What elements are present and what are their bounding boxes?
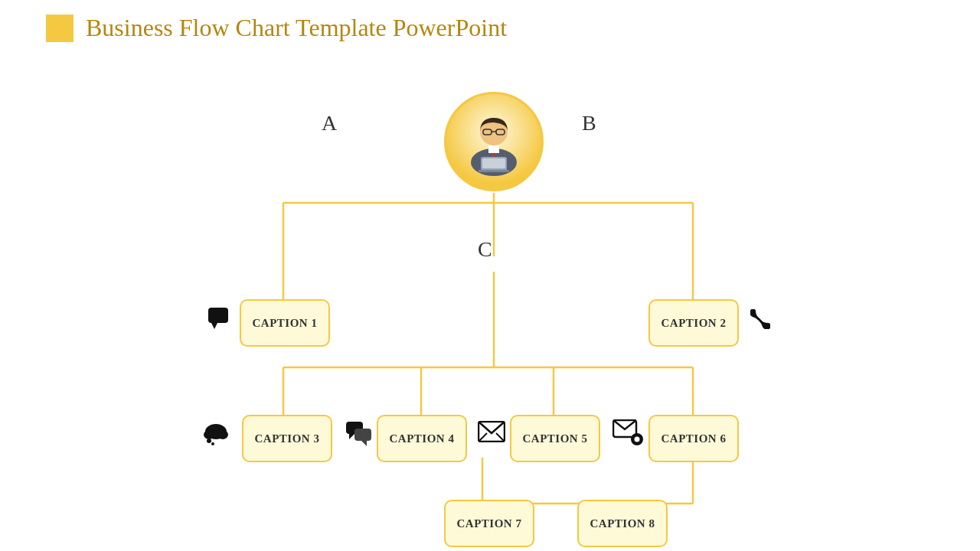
avatar <box>444 92 544 191</box>
speech-bubble-icon <box>207 306 233 337</box>
svg-point-41 <box>635 437 640 442</box>
caption-8-label: CAPTION 8 <box>590 517 655 530</box>
title-square <box>46 15 74 42</box>
svg-marker-33 <box>349 434 354 439</box>
envelope-settings-icon <box>612 419 643 451</box>
caption-6-box: CAPTION 6 <box>648 415 739 462</box>
caption-8-box: CAPTION 8 <box>577 500 668 547</box>
caption-7-box: CAPTION 7 <box>444 500 534 547</box>
caption-1-label: CAPTION 1 <box>253 317 318 330</box>
page-title: Business Flow Chart Template PowerPoint <box>86 14 507 42</box>
svg-line-37 <box>479 433 487 442</box>
svg-marker-26 <box>211 323 217 329</box>
person-icon <box>459 107 528 176</box>
title-bar: Business Flow Chart Template PowerPoint <box>0 0 980 56</box>
caption-7-label: CAPTION 7 <box>457 517 522 530</box>
caption-3-label: CAPTION 3 <box>255 432 320 445</box>
svg-marker-35 <box>361 441 367 446</box>
label-c: C <box>478 237 492 262</box>
svg-rect-21 <box>488 145 499 153</box>
svg-point-31 <box>211 442 214 445</box>
caption-5-label: CAPTION 5 <box>523 432 588 445</box>
label-a: A <box>322 111 337 135</box>
cloud-icon <box>201 419 231 451</box>
caption-4-label: CAPTION 4 <box>390 432 455 445</box>
svg-point-29 <box>217 430 228 439</box>
caption-3-box: CAPTION 3 <box>242 415 332 462</box>
svg-point-30 <box>207 439 211 443</box>
caption-6-label: CAPTION 6 <box>662 432 727 445</box>
svg-rect-24 <box>479 170 509 172</box>
caption-2-box: CAPTION 2 <box>648 299 739 347</box>
phone-icon <box>746 306 773 337</box>
envelope-icon <box>478 421 505 448</box>
svg-rect-23 <box>482 158 505 168</box>
svg-point-28 <box>204 430 214 439</box>
svg-rect-34 <box>354 429 371 441</box>
svg-line-38 <box>496 433 505 442</box>
caption-5-box: CAPTION 5 <box>510 415 600 462</box>
svg-rect-25 <box>208 308 228 323</box>
caption-1-box: CAPTION 1 <box>240 299 330 347</box>
chat-bubbles-icon <box>345 421 373 452</box>
label-b: B <box>582 111 596 135</box>
caption-4-box: CAPTION 4 <box>377 415 467 462</box>
caption-2-label: CAPTION 2 <box>662 317 727 330</box>
chart-area: A B C CAPTION 1 CAPTION 2 CAPTION 3 CAPT… <box>0 69 980 551</box>
